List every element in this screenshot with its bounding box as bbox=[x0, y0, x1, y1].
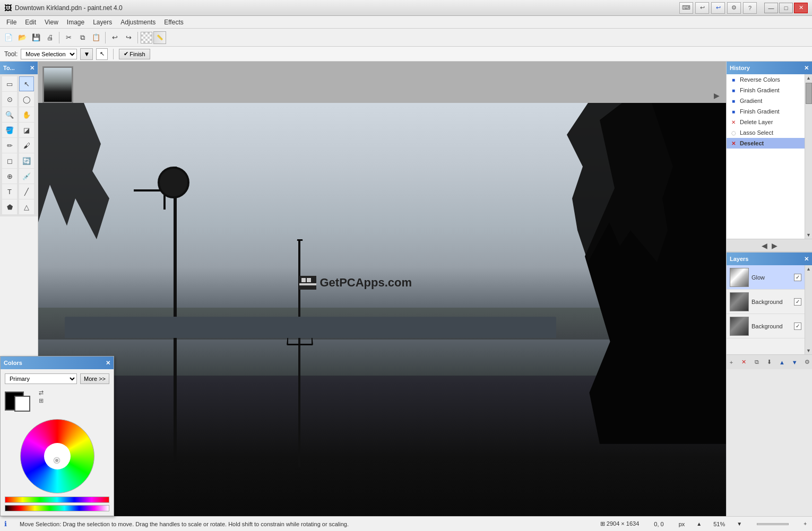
tool-pan[interactable]: ✋ bbox=[19, 107, 34, 122]
maximize-btn[interactable]: □ bbox=[779, 3, 793, 13]
status-zoom-up[interactable]: ▲ bbox=[696, 521, 702, 527]
primary-select[interactable]: Primary Secondary bbox=[5, 373, 77, 384]
toolbar-btn-4[interactable]: ⚙ bbox=[727, 2, 741, 14]
tool-brush[interactable]: 🖌 bbox=[19, 138, 34, 153]
layers-scrollbar[interactable]: ▲ ▼ bbox=[805, 265, 812, 354]
layer-background-2[interactable]: Background ✓ bbox=[727, 314, 805, 338]
open-file-btn[interactable]: 📂 bbox=[16, 31, 29, 44]
history-item-delete-layer[interactable]: ✕ Delete Layer bbox=[727, 117, 805, 127]
history-item-reverse-colors[interactable]: ■ Reverse Colors bbox=[727, 74, 805, 85]
more-btn[interactable]: More >> bbox=[80, 373, 109, 384]
copy-btn[interactable]: ⧉ bbox=[76, 31, 89, 44]
layer-bg1-vis[interactable]: ✓ bbox=[794, 298, 801, 306]
toolbar-btn-1[interactable]: ⌨ bbox=[679, 2, 693, 14]
undo-nav-btn[interactable]: ◀ bbox=[762, 241, 767, 250]
layer-bg1-thumb bbox=[730, 292, 749, 311]
menu-layers[interactable]: Layers bbox=[89, 16, 116, 28]
layer-down-btn[interactable]: ▼ bbox=[790, 357, 799, 368]
layer-glow[interactable]: Glow ✓ bbox=[727, 265, 805, 290]
layer-bg2-vis[interactable]: ✓ bbox=[794, 323, 801, 330]
close-btn[interactable]: ✕ bbox=[794, 3, 808, 13]
grid-btn[interactable] bbox=[141, 32, 152, 43]
tab-scroll-right[interactable]: ▶ bbox=[712, 91, 722, 100]
history-item-deselect[interactable]: ✕ Deselect bbox=[727, 138, 805, 149]
colors-close-btn[interactable]: ✕ bbox=[106, 360, 110, 367]
layer-delete-btn[interactable]: ✕ bbox=[739, 357, 749, 368]
menu-image[interactable]: Image bbox=[63, 16, 89, 28]
toolbar-btn-2[interactable]: ↩ bbox=[695, 2, 709, 14]
tool-recolor[interactable]: 🔄 bbox=[19, 153, 34, 168]
history-close-btn[interactable]: ✕ bbox=[804, 65, 809, 72]
layers-close-btn[interactable]: ✕ bbox=[804, 256, 809, 263]
layer-up-btn[interactable]: ▲ bbox=[777, 357, 787, 368]
layers-scroll-down[interactable]: ▼ bbox=[805, 347, 812, 354]
layer-merge-btn[interactable]: ⬇ bbox=[765, 357, 774, 368]
zoom-slider[interactable] bbox=[757, 523, 789, 525]
tool-stamp[interactable]: ⊕ bbox=[2, 169, 17, 184]
print-btn[interactable]: 🖨 bbox=[44, 31, 56, 44]
layer-props-btn[interactable]: ⚙ bbox=[802, 357, 812, 368]
tool-lasso[interactable]: ⊙ bbox=[2, 92, 17, 107]
tool-freeform[interactable]: △ bbox=[19, 199, 34, 214]
tool-eraser[interactable]: ◻ bbox=[2, 153, 17, 168]
tool-ellipse-select[interactable]: ◯ bbox=[19, 92, 34, 107]
minimize-btn[interactable]: — bbox=[764, 3, 778, 13]
menu-view[interactable]: View bbox=[40, 16, 63, 28]
tools-close-btn[interactable]: ✕ bbox=[30, 65, 34, 72]
layer-bg1-name: Background bbox=[751, 299, 791, 305]
tool-paint-bucket[interactable]: 🪣 bbox=[2, 123, 17, 137]
tool-zoom[interactable]: 🔍 bbox=[2, 107, 17, 122]
history-item-finish-gradient-1[interactable]: ■ Finish Gradient bbox=[727, 85, 805, 95]
finish-btn[interactable]: ✔ Finish bbox=[119, 49, 150, 59]
history-scroll-down[interactable]: ▼ bbox=[805, 231, 812, 239]
tool-move-select[interactable]: ↖ bbox=[19, 76, 34, 91]
menu-effects[interactable]: Effects bbox=[160, 16, 187, 28]
cut-btn[interactable]: ✂ bbox=[62, 31, 75, 44]
toolbar-btn-3[interactable]: ↩ bbox=[711, 2, 725, 14]
redo-btn[interactable]: ↪ bbox=[122, 31, 135, 44]
layer-duplicate-btn[interactable]: ⧉ bbox=[752, 357, 762, 368]
status-zoom-down[interactable]: ▼ bbox=[737, 521, 742, 527]
swap-colors-btn[interactable]: ⇄ bbox=[39, 389, 44, 396]
ruler-btn[interactable]: 📏 bbox=[153, 31, 166, 44]
layers-panel: Layers ✕ Glow ✓ Background ✓ bbox=[727, 253, 812, 369]
tool-line[interactable]: ╱ bbox=[19, 184, 34, 199]
tool-arrow-btn[interactable]: ▼ bbox=[80, 48, 93, 60]
layers-scroll-up[interactable]: ▲ bbox=[805, 265, 812, 273]
tool-select[interactable]: Move Selection bbox=[21, 49, 77, 59]
color-gradient-bar[interactable] bbox=[5, 497, 109, 503]
history-item-lasso[interactable]: ◌ Lasso Select bbox=[727, 127, 805, 138]
color-rainbow-bar[interactable] bbox=[5, 505, 109, 511]
save-file-btn[interactable]: 💾 bbox=[30, 31, 42, 44]
tool-text[interactable]: T bbox=[2, 184, 17, 199]
image-tab[interactable] bbox=[42, 66, 73, 103]
history-scrollbar[interactable]: ▲ ▼ bbox=[805, 74, 812, 239]
history-item-finish-gradient-2[interactable]: ■ Finish Gradient bbox=[727, 106, 805, 117]
paste-btn[interactable]: 📋 bbox=[90, 31, 102, 44]
menu-file[interactable]: File bbox=[2, 16, 21, 28]
tool-color-pick[interactable]: 💉 bbox=[19, 169, 34, 184]
color-wheel-cursor[interactable] bbox=[54, 458, 59, 463]
history-scroll-up[interactable]: ▲ bbox=[805, 74, 812, 82]
history-panel-header: History ✕ bbox=[727, 62, 812, 74]
tool-rect-select[interactable]: ▭ bbox=[2, 76, 17, 91]
toolbar-btn-5[interactable]: ? bbox=[743, 2, 757, 14]
history-item-gradient[interactable]: ■ Gradient bbox=[727, 95, 805, 106]
zoom-up-btn[interactable]: + bbox=[804, 521, 807, 527]
tool-pencil[interactable]: ✏ bbox=[2, 138, 17, 153]
history-scroll-thumb[interactable] bbox=[806, 83, 812, 104]
menu-edit[interactable]: Edit bbox=[21, 16, 40, 28]
redo-nav-btn[interactable]: ▶ bbox=[772, 241, 778, 250]
menu-adjustments[interactable]: Adjustments bbox=[116, 16, 160, 28]
tool-gradient[interactable]: ◪ bbox=[19, 123, 34, 137]
undo-btn[interactable]: ↩ bbox=[108, 31, 121, 44]
tool-shapes[interactable]: ⬟ bbox=[2, 199, 17, 214]
layer-add-btn[interactable]: + bbox=[727, 357, 736, 368]
history-panel: History ✕ ■ Reverse Colors ■ Finish Grad… bbox=[727, 62, 812, 253]
color-wheel[interactable] bbox=[20, 419, 94, 493]
layer-background-1[interactable]: Background ✓ bbox=[727, 290, 805, 314]
new-file-btn[interactable]: 📄 bbox=[2, 31, 15, 44]
layer-glow-vis[interactable]: ✓ bbox=[794, 274, 801, 281]
reset-colors-btn[interactable]: ⊞ bbox=[39, 397, 44, 404]
secondary-color-swatch[interactable] bbox=[14, 396, 30, 412]
